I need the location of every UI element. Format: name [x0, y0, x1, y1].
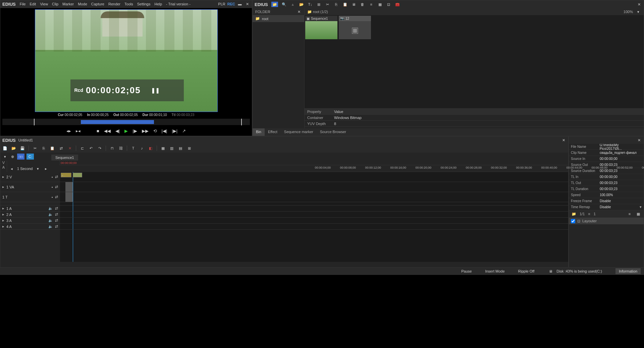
expand-icon[interactable]: ▸	[2, 224, 4, 229]
bin-close-icon[interactable]: ✕	[636, 2, 642, 7]
menu-capture[interactable]: Capture	[91, 2, 104, 6]
tl-delete-icon[interactable]: ✕	[67, 146, 72, 151]
menu-tools[interactable]: Tools	[124, 2, 133, 6]
lock-icon[interactable]: ▪	[52, 175, 53, 179]
folder-close-icon[interactable]: ✕	[296, 9, 302, 14]
track-1va[interactable]: ▸1 VA▪⇄	[0, 182, 60, 192]
list-view-icon[interactable]: ≡	[627, 211, 632, 217]
search-icon[interactable]: 🔍	[281, 2, 287, 7]
timeline-ruler[interactable]: 00:00:04;00 00:00:08;00 00:00:12;00 00:0…	[290, 165, 569, 172]
timeline-clip-2[interactable]	[73, 173, 82, 177]
track-1t[interactable]: 1 T▪⇄	[0, 192, 60, 202]
preview-video[interactable]: Rcd 00:00:02;05 ❚❚	[35, 9, 218, 112]
rec-label[interactable]: REC	[227, 2, 235, 6]
expand-icon[interactable]: ▸	[2, 218, 4, 223]
overwrite-mode-button[interactable]: C:	[26, 154, 34, 160]
mute-icon[interactable]: 🔈	[48, 218, 53, 223]
timeline-clip-1[interactable]: с...	[61, 173, 71, 177]
view-icon[interactable]: ⊡	[386, 2, 391, 7]
tl-cut-icon[interactable]: ✂	[32, 146, 38, 151]
delete-icon[interactable]: 🗑	[360, 2, 365, 7]
mute-icon[interactable]: 🔈	[48, 212, 53, 217]
tl-multicam-icon[interactable]: ⊞	[186, 146, 192, 151]
tl-ripple-icon[interactable]: ⇄	[58, 146, 64, 151]
scrub-bar[interactable]	[2, 119, 250, 125]
menu-edit[interactable]: Edit	[30, 2, 36, 6]
expand-icon[interactable]: ▸	[2, 212, 4, 217]
scale-left-icon[interactable]: ◂	[9, 166, 14, 171]
grid-view-icon[interactable]: ▦	[636, 211, 641, 217]
tl-split-icon[interactable]: ⊏	[79, 146, 85, 151]
minimize-icon[interactable]: ▬	[237, 1, 243, 7]
clip-12[interactable]: 📷12 ▣	[339, 16, 371, 39]
prev-edit-button[interactable]: |◀|	[162, 128, 167, 133]
expand-icon[interactable]: ▸	[2, 206, 4, 211]
folder-root[interactable]: 📁 root	[253, 15, 304, 22]
layouter-row[interactable]: ⊡ Layouter	[569, 218, 644, 224]
scale-dropdown-icon[interactable]: ▾	[35, 166, 41, 171]
tl-group-icon[interactable]: ⊓	[109, 146, 115, 151]
tl-title-icon[interactable]: T	[130, 146, 136, 151]
export-button[interactable]: ↗	[182, 128, 186, 133]
display-icon-status[interactable]: 🖥	[548, 269, 553, 274]
timeline-scrollbar[interactable]	[0, 262, 568, 267]
tl-undo-icon[interactable]: ↶	[88, 146, 94, 151]
tab-effect[interactable]: Effect	[265, 128, 281, 136]
tl-normalize-icon[interactable]: ▥	[169, 146, 174, 151]
track-2a[interactable]: ▸2 A🔈⇄	[0, 212, 60, 218]
display-icon[interactable]: 🖥	[351, 2, 357, 7]
menu-mode[interactable]: Mode	[78, 2, 87, 6]
cut-icon[interactable]: ✂	[325, 2, 330, 7]
track-1a[interactable]: ▸1 A🔈⇄	[0, 206, 60, 212]
layouter-checkbox[interactable]	[571, 219, 575, 223]
menu-view[interactable]: View	[40, 2, 48, 6]
lock-icon[interactable]: ▪	[52, 185, 53, 189]
info-close-icon[interactable]: ✕	[636, 137, 642, 143]
plr-label[interactable]: PLR	[218, 2, 225, 6]
patch-icon[interactable]: ⇄	[55, 206, 58, 211]
patch-icon[interactable]: ⇄	[55, 195, 58, 199]
copy-icon[interactable]: ⎘	[334, 2, 339, 7]
next-frame-button[interactable]: |▶	[132, 128, 137, 133]
sequence-tab[interactable]: Sequence1	[51, 155, 78, 161]
sync-mode-icon[interactable]: ⊕	[10, 154, 15, 159]
timeline-close-icon[interactable]: ✕	[561, 137, 566, 143]
track-4a[interactable]: ▸4 A🔈⇄	[0, 224, 60, 230]
loop-button[interactable]: ⟲	[153, 128, 157, 133]
patch-icon[interactable]: ⇄	[55, 212, 58, 217]
menu-render[interactable]: Render	[108, 2, 120, 6]
patch-icon[interactable]: ⇄	[55, 175, 58, 179]
dropdown-icon[interactable]: ▾	[640, 205, 642, 209]
play-button[interactable]: ▶	[124, 128, 128, 133]
list-icon[interactable]: ▦	[377, 2, 383, 7]
set-out-button[interactable]: ▸◂	[76, 128, 80, 133]
close-icon[interactable]: ✕	[245, 1, 250, 7]
patch-icon[interactable]: ⇄	[55, 185, 58, 189]
folder-icon[interactable]: 📁	[271, 2, 278, 7]
up-icon[interactable]: ▲	[290, 2, 296, 7]
ripple-mode-icon[interactable]: ▾	[2, 154, 8, 159]
zoom-value[interactable]: 100%	[624, 10, 633, 14]
lock-icon[interactable]: ▪	[52, 195, 53, 199]
expand-icon[interactable]: ▸	[2, 185, 4, 189]
menu-marker[interactable]: Marker	[62, 2, 74, 6]
mute-icon[interactable]: 🔈	[48, 224, 53, 229]
rewind-button[interactable]: ◀◀	[104, 128, 111, 133]
new-icon[interactable]: 📄	[2, 146, 8, 151]
scale-right-icon[interactable]: ▸	[43, 166, 49, 171]
paste-icon[interactable]: 📋	[342, 2, 348, 7]
tab-sequence-marker[interactable]: Sequence marker	[281, 128, 317, 136]
tl-color-icon[interactable]: ◧	[148, 146, 153, 151]
tl-paste-icon[interactable]: 📋	[50, 146, 55, 151]
scale-label[interactable]: 1 Second	[17, 167, 33, 171]
open-icon[interactable]: 📂	[11, 146, 16, 151]
tab-information[interactable]: Information	[615, 268, 641, 274]
track-3a[interactable]: ▸3 A🔈⇄	[0, 218, 60, 224]
new-sequence-icon[interactable]: ⊞	[316, 2, 322, 7]
track-2v[interactable]: ▸2 V▪⇄	[0, 172, 60, 182]
menu-settings[interactable]: Settings	[137, 2, 151, 6]
tl-copy-icon[interactable]: ⎘	[41, 146, 46, 151]
expand-icon[interactable]: ▸	[2, 175, 4, 179]
tl-enable-icon[interactable]: ▦	[160, 146, 166, 151]
timeline-tracks[interactable]: с...	[60, 172, 568, 262]
